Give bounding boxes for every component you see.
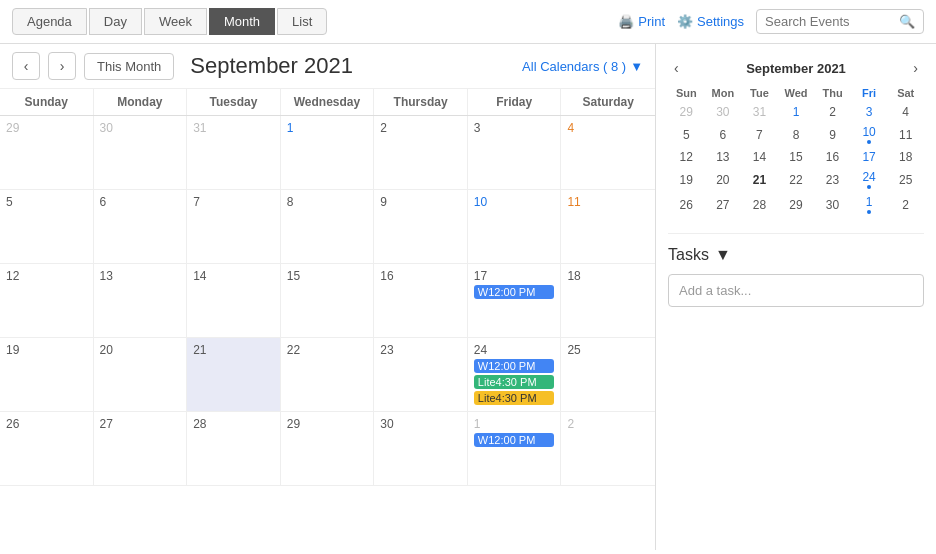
table-row[interactable]: 4 — [561, 116, 655, 190]
event-chip[interactable]: Lite4:30 PM — [474, 375, 555, 389]
list-item[interactable]: 6 — [705, 122, 742, 147]
list-item[interactable]: 21 — [741, 167, 778, 192]
table-row[interactable]: 29 — [281, 412, 375, 486]
event-chip[interactable]: W12:00 PM — [474, 433, 555, 447]
table-row[interactable]: 15 — [281, 264, 375, 338]
search-input[interactable] — [765, 14, 895, 29]
table-row[interactable]: 27 — [94, 412, 188, 486]
table-row[interactable]: 16 — [374, 264, 468, 338]
mini-prev-button[interactable]: ‹ — [668, 58, 685, 78]
list-item[interactable]: 23 — [814, 167, 851, 192]
table-row[interactable]: 10 — [468, 190, 562, 264]
table-row[interactable]: 22 — [281, 338, 375, 412]
weekday-sunday: Sunday — [0, 89, 94, 115]
month-title: September 2021 — [190, 53, 514, 79]
list-item[interactable]: 2 — [814, 102, 851, 122]
list-item[interactable]: 27 — [705, 192, 742, 217]
table-row[interactable]: 18 — [561, 264, 655, 338]
list-item[interactable]: 30 — [814, 192, 851, 217]
list-item[interactable]: 10 — [851, 122, 888, 147]
view-month[interactable]: Month — [209, 8, 275, 35]
view-list[interactable]: List — [277, 8, 327, 35]
list-item[interactable]: 25 — [887, 167, 924, 192]
list-item[interactable]: 11 — [887, 122, 924, 147]
prev-month-button[interactable]: ‹ — [12, 52, 40, 80]
weekday-monday: Monday — [94, 89, 188, 115]
list-item[interactable]: 5 — [668, 122, 705, 147]
list-item[interactable]: 1 — [851, 192, 888, 217]
list-item[interactable]: 31 — [741, 102, 778, 122]
settings-button[interactable]: ⚙️ Settings — [677, 14, 744, 29]
table-row[interactable]: 1 — [281, 116, 375, 190]
table-row[interactable]: 13 — [94, 264, 188, 338]
list-item[interactable]: 28 — [741, 192, 778, 217]
list-item[interactable]: 3 — [851, 102, 888, 122]
list-item[interactable]: 30 — [705, 102, 742, 122]
list-item[interactable]: 2 — [887, 192, 924, 217]
table-row[interactable]: 8 — [281, 190, 375, 264]
mini-calendar-header: ‹ September 2021 › — [668, 52, 924, 84]
table-row[interactable]: 2 — [561, 412, 655, 486]
list-item[interactable]: 9 — [814, 122, 851, 147]
mini-next-button[interactable]: › — [907, 58, 924, 78]
list-item[interactable]: 19 — [668, 167, 705, 192]
list-item[interactable]: 24 — [851, 167, 888, 192]
list-item[interactable]: 29 — [668, 102, 705, 122]
list-item[interactable]: 22 — [778, 167, 815, 192]
list-item[interactable]: 20 — [705, 167, 742, 192]
table-row[interactable]: 2 — [374, 116, 468, 190]
view-week[interactable]: Week — [144, 8, 207, 35]
event-chip[interactable]: W12:00 PM — [474, 285, 555, 299]
list-item[interactable]: 14 — [741, 147, 778, 167]
table-row[interactable]: 17 W12:00 PM — [468, 264, 562, 338]
table-row[interactable]: 31 — [187, 116, 281, 190]
list-item[interactable]: 13 — [705, 147, 742, 167]
table-row[interactable]: 30 — [374, 412, 468, 486]
print-button[interactable]: 🖨️ Print — [618, 14, 665, 29]
tasks-header[interactable]: Tasks ▼ — [668, 246, 924, 264]
list-item[interactable]: 1 — [778, 102, 815, 122]
table-row[interactable]: 3 — [468, 116, 562, 190]
mini-weekday-thu: Thu — [814, 84, 851, 102]
table-row[interactable]: 20 — [94, 338, 188, 412]
event-chip[interactable]: Lite4:30 PM — [474, 391, 555, 405]
event-chip[interactable]: W12:00 PM — [474, 359, 555, 373]
table-row[interactable]: 5 — [0, 190, 94, 264]
list-item[interactable]: 29 — [778, 192, 815, 217]
list-item[interactable]: 15 — [778, 147, 815, 167]
table-row[interactable]: 25 — [561, 338, 655, 412]
mini-calendar-grid: Sun Mon Tue Wed Thu Fri Sat 29 30 31 1 — [668, 84, 924, 217]
list-item[interactable]: 8 — [778, 122, 815, 147]
table-row[interactable]: 6 — [94, 190, 188, 264]
table-row[interactable]: 21 — [187, 338, 281, 412]
view-day[interactable]: Day — [89, 8, 142, 35]
table-row[interactable]: 11 — [561, 190, 655, 264]
list-item[interactable]: 12 — [668, 147, 705, 167]
table-row[interactable]: 29 — [0, 116, 94, 190]
table-row[interactable]: 30 — [94, 116, 188, 190]
table-row[interactable]: 26 — [0, 412, 94, 486]
table-row[interactable]: 14 — [187, 264, 281, 338]
table-row[interactable]: 1 W12:00 PM — [468, 412, 562, 486]
table-row[interactable]: 23 — [374, 338, 468, 412]
next-month-button[interactable]: › — [48, 52, 76, 80]
calendar-grid: Sunday Monday Tuesday Wednesday Thursday… — [0, 89, 655, 554]
list-item[interactable]: 7 — [741, 122, 778, 147]
add-task-input[interactable]: Add a task... — [668, 274, 924, 307]
table-row[interactable]: 7 — [187, 190, 281, 264]
view-agenda[interactable]: Agenda — [12, 8, 87, 35]
table-row[interactable]: 9 — [374, 190, 468, 264]
mini-month-title: September 2021 — [746, 61, 846, 76]
table-row[interactable]: 24 W12:00 PM Lite4:30 PM Lite4:30 PM — [468, 338, 562, 412]
all-calendars-dropdown[interactable]: All Calendars ( 8 ) ▼ — [522, 59, 643, 74]
list-item[interactable]: 4 — [887, 102, 924, 122]
list-item[interactable]: 18 — [887, 147, 924, 167]
table-row[interactable]: 12 — [0, 264, 94, 338]
list-item[interactable]: 16 — [814, 147, 851, 167]
list-item[interactable]: 17 — [851, 147, 888, 167]
print-label: Print — [638, 14, 665, 29]
this-month-button[interactable]: This Month — [84, 53, 174, 80]
list-item[interactable]: 26 — [668, 192, 705, 217]
table-row[interactable]: 28 — [187, 412, 281, 486]
table-row[interactable]: 19 — [0, 338, 94, 412]
